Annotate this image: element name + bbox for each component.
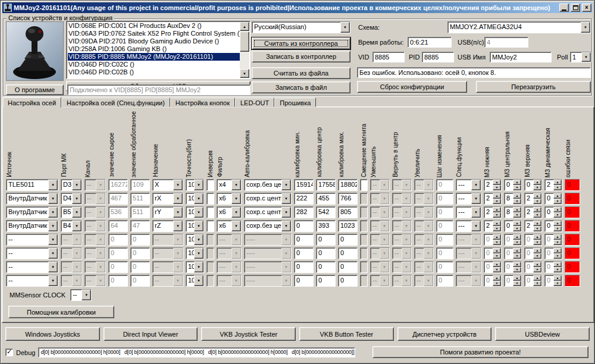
autocalibration-select[interactable]: сохр.без центр▼ (244, 220, 292, 232)
device-list-item[interactable]: VID:046D PID:C02B () (68, 68, 249, 76)
calibration-min-input[interactable]: 222 (294, 193, 314, 205)
spinner-up-icon[interactable]: ▲ (533, 180, 541, 185)
deadzone-low-spinner[interactable]: 2▲▼ (484, 179, 502, 191)
calibration-min-input[interactable]: 0 (294, 234, 314, 246)
calibration-max-input[interactable]: 18802 (338, 179, 358, 191)
spinner-down-icon[interactable]: ▼ (553, 212, 562, 218)
deadzone-center-spinner[interactable]: 8▲▼ (504, 193, 522, 205)
calibration-min-input[interactable]: 0 (294, 275, 314, 287)
filter-select[interactable]: x6▼ (217, 220, 242, 232)
source-select[interactable]: ВнутрДатчик▼ (6, 220, 58, 232)
calibration-center-input[interactable]: 393 (316, 220, 336, 232)
device-list-item[interactable]: VID:046D PID:C02C () (68, 61, 249, 68)
calibration-min-input[interactable]: 0 (294, 261, 314, 273)
calibration-min-input[interactable]: 0 (294, 220, 314, 232)
mcu-port-select[interactable]: B4▼ (61, 220, 82, 232)
precision-select[interactable]: 10▼ (186, 179, 204, 191)
spinner-down-icon[interactable]: ▼ (513, 199, 521, 204)
spinner-up-icon[interactable]: ▲ (493, 180, 501, 185)
scroll-down-icon[interactable]: ▼ (240, 69, 249, 78)
maximize-button[interactable] (571, 4, 580, 12)
tab-2[interactable]: Настройка кнопок (170, 98, 235, 107)
device-list-item[interactable]: VID:8885 PID:8885 MMJoy2 (MMJoy2-2016110… (68, 53, 249, 61)
precision-select[interactable]: 10▼ (186, 261, 204, 273)
source-select[interactable]: --▼ (6, 261, 58, 273)
utility-button-1[interactable]: Direct Input Viewer (104, 327, 198, 341)
deadzone-low-spinner[interactable]: 2▲▼ (484, 206, 502, 218)
spinner-down-icon[interactable]: ▼ (493, 212, 501, 218)
spinner-down-icon[interactable]: ▼ (533, 212, 541, 218)
utility-button-2[interactable]: VKB Joystick Tester (201, 327, 296, 341)
spinner-down-icon[interactable]: ▼ (533, 199, 541, 204)
read-from-controller-button[interactable]: Считать из контроллера (252, 37, 350, 49)
calibration-min-input[interactable]: 0 (294, 247, 314, 259)
device-list-item[interactable]: VID:258A PID:1006 Gaming KB () (68, 45, 249, 53)
calibration-center-input[interactable]: 542 (316, 206, 336, 218)
device-list-item[interactable]: VID:068E PID:C001 CH Products AuxDev 2 (… (68, 22, 249, 30)
scrollbar-thumb[interactable] (240, 32, 249, 52)
spinner-up-icon[interactable]: ▲ (533, 221, 541, 226)
precision-select[interactable]: 10▼ (186, 220, 204, 232)
spinner-up-icon[interactable]: ▲ (553, 193, 562, 199)
designation-select[interactable]: rZ▼ (152, 220, 183, 232)
calibration-max-input[interactable]: 0 (338, 261, 358, 273)
spinner-down-icon[interactable]: ▼ (513, 226, 521, 231)
spinner-down-icon[interactable]: ▼ (553, 199, 562, 204)
designation-select[interactable]: X▼ (152, 179, 183, 191)
inversion-checkbox[interactable] (206, 206, 214, 218)
autocalibration-select[interactable]: сохр.с центром▼ (244, 206, 292, 218)
restart-button[interactable]: Перезагрузить (476, 81, 591, 93)
spinner-up-icon[interactable]: ▲ (553, 180, 562, 185)
utility-button-3[interactable]: VKB Button Tester (299, 327, 394, 341)
language-select[interactable]: Русский(Russian) ▼ (252, 21, 350, 33)
source-select[interactable]: ВнутрДатчик▼ (6, 193, 58, 205)
deadzone-low-spinner[interactable]: 2▲▼ (484, 220, 502, 232)
spinner-up-icon[interactable]: ▲ (533, 207, 541, 212)
source-select[interactable]: TLE5011▼ (6, 179, 58, 191)
calibration-max-input[interactable]: 0 (338, 234, 358, 246)
spinner-down-icon[interactable]: ▼ (493, 185, 501, 190)
spec-function-select[interactable]: ---▼ (456, 220, 481, 232)
calibration-center-input[interactable]: 0 (316, 234, 336, 246)
autocalibration-select[interactable]: сохр.с центром▼ (244, 193, 292, 205)
precision-select[interactable]: 10▼ (186, 275, 204, 287)
calibration-min-input[interactable]: 282 (294, 206, 314, 218)
tab-3[interactable]: LED-OUT (235, 98, 274, 107)
calibration-helper-button[interactable]: Помощник калибровки (8, 306, 114, 318)
spinner-down-icon[interactable]: ▼ (553, 185, 562, 190)
reset-config-button[interactable]: Сброс конфигурации (357, 81, 467, 93)
filter-select[interactable]: x4▼ (217, 179, 242, 191)
precision-select[interactable]: 10▼ (186, 206, 204, 218)
calibration-center-input[interactable]: 455 (316, 193, 336, 205)
tab-0-active[interactable]: Настройка осей (2, 97, 61, 108)
filter-select[interactable]: x6▼ (217, 206, 242, 218)
utility-button-0[interactable]: Windows Joysticks (5, 327, 100, 341)
designation-select[interactable]: rX▼ (152, 193, 183, 205)
vid-input[interactable]: 8885 (372, 52, 405, 62)
deadzone-center-spinner[interactable]: 0▲▼ (504, 220, 522, 232)
calibration-max-input[interactable]: 805 (338, 206, 358, 218)
tab-1[interactable]: Настройка осей (Спец.функции) (61, 98, 170, 107)
deadzone-center-spinner[interactable]: 8▲▼ (504, 206, 522, 218)
deadzone-high-spinner[interactable]: 0▲▼ (524, 179, 542, 191)
deadzone-dynamic-spinner[interactable]: 0▲▼ (544, 193, 562, 205)
spinner-down-icon[interactable]: ▼ (533, 185, 541, 190)
deadzone-high-spinner[interactable]: 2▲▼ (524, 220, 542, 232)
inversion-checkbox[interactable] (206, 179, 214, 191)
source-select[interactable]: --▼ (6, 234, 58, 246)
spinner-up-icon[interactable]: ▲ (553, 207, 562, 212)
spinner-down-icon[interactable]: ▼ (513, 185, 521, 190)
calibration-center-input[interactable]: 0 (316, 247, 336, 259)
precision-select[interactable]: 10▼ (186, 247, 204, 259)
spinner-down-icon[interactable]: ▼ (533, 226, 541, 231)
read-from-file-button[interactable]: Считать из файла (252, 67, 350, 79)
mcu-port-select[interactable]: D3▼ (61, 179, 82, 191)
precision-select[interactable]: 10▼ (186, 193, 204, 205)
write-to-controller-button[interactable]: Записать в контроллер (252, 51, 350, 62)
spinner-down-icon[interactable]: ▼ (493, 226, 501, 231)
calibration-center-input[interactable]: 0 (316, 261, 336, 273)
spec-function-select[interactable]: ---▼ (456, 193, 481, 205)
spinner-up-icon[interactable]: ▲ (493, 193, 501, 199)
source-select[interactable]: --▼ (6, 247, 58, 259)
device-list-item[interactable]: VID:06A3 PID:0762 Saitek X52 Pro Flight … (68, 30, 249, 37)
